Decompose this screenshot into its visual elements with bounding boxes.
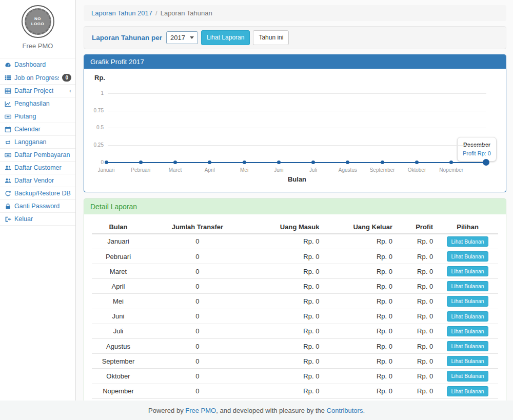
sidebar-item-daftar-vendor[interactable]: Daftar Vendor — [0, 174, 75, 187]
free-pmo-link[interactable]: Free PMO — [185, 407, 216, 414]
table-row-mei: Mei0Rp. 0Rp. 0Rp. 0Lihat Bulanan — [92, 294, 498, 309]
table-row-april: April0Rp. 0Rp. 0Rp. 0Lihat Bulanan — [92, 279, 498, 294]
cell-jumlah-transfer: 0 — [145, 264, 250, 279]
cell-profit: Rp. 0 — [397, 294, 437, 309]
cell-jumlah-transfer: 0 — [145, 384, 250, 398]
cell-uang-keluar: Rp. 0 — [323, 309, 397, 324]
cell-pilihan: Lihat Bulanan — [437, 249, 498, 264]
sidebar-item-ganti-password[interactable]: Ganti Password — [0, 200, 75, 213]
chart-tooltip: Desember Profit Rp: 0 — [457, 137, 497, 162]
column-header-bulan: Bulan — [92, 221, 145, 234]
cell-pilihan: Lihat Bulanan — [437, 309, 498, 324]
lihat-bulanan-button[interactable]: Lihat Bulanan — [447, 341, 488, 351]
sidebar-item-langganan[interactable]: Langganan — [0, 136, 75, 149]
chevron-left-icon: ‹ — [69, 88, 71, 94]
footer-middle: , and developed with pleasure by the — [216, 407, 326, 414]
lihat-bulanan-button[interactable]: Lihat Bulanan — [447, 296, 488, 306]
cell-profit: Rp. 0 — [397, 339, 437, 354]
data-point-agustus[interactable] — [346, 161, 349, 164]
lihat-bulanan-button[interactable]: Lihat Bulanan — [447, 356, 488, 366]
sidebar-item-label: Daftar Vendor — [14, 177, 54, 184]
cell-profit: Rp. 0 — [397, 279, 437, 294]
sidebar-item-daftar-pembayaran[interactable]: Daftar Pembayaran — [0, 149, 75, 162]
cell-uang-keluar: Rp. 0 — [323, 384, 397, 398]
data-point-desember[interactable] — [483, 159, 489, 166]
sidebar-item-piutang[interactable]: Piutang — [0, 110, 75, 123]
users-icon — [4, 165, 11, 171]
lihat-bulanan-button[interactable]: Lihat Bulanan — [447, 371, 488, 381]
year-select-value: 2017 — [170, 34, 185, 42]
sidebar-item-label: Penghasilan — [14, 100, 50, 107]
cell-jumlah-transfer: 0 — [145, 234, 250, 249]
report-table-body: Januari0Rp. 0Rp. 0Rp. 0Lihat BulananPebr… — [92, 234, 498, 401]
profit-series-line — [106, 162, 486, 163]
lihat-laporan-button[interactable]: Lihat Laporan — [201, 30, 250, 45]
cell-uang-keluar: Rp. 0 — [323, 279, 397, 294]
sidebar-item-dashboard[interactable]: Dashboard — [0, 58, 75, 71]
cell-uang-masuk: Rp. 0 — [250, 279, 324, 294]
lihat-bulanan-button[interactable]: Lihat Bulanan — [447, 251, 488, 262]
x-axis-title: Bulan — [108, 175, 486, 183]
y-axis-tick: 0 — [84, 159, 104, 165]
y-axis-tick: 0.75 — [84, 108, 104, 113]
cell-uang-keluar: Rp. 0 — [323, 264, 397, 279]
data-point-januari[interactable] — [105, 161, 108, 164]
sidebar-item-label: Job on Progress — [14, 74, 59, 82]
breadcrumb: Laporan Tahun 2017/Laporan Tahunan — [84, 5, 506, 21]
report-panel-body: BulanJumlah TransferUang MasukUang Kelua… — [84, 214, 506, 401]
data-point-mei[interactable] — [243, 161, 246, 164]
data-point-juli[interactable] — [311, 161, 315, 164]
lihat-bulanan-button[interactable]: Lihat Bulanan — [447, 266, 488, 276]
cell-pilihan: Lihat Bulanan — [437, 354, 498, 369]
breadcrumb-current: Laporan Tahunan — [161, 9, 212, 17]
data-point-april[interactable] — [208, 161, 211, 164]
cell-uang-keluar: Rp. 0 — [323, 294, 397, 309]
data-point-maret[interactable] — [173, 161, 177, 164]
cell-uang-keluar: Rp. 0 — [323, 249, 397, 264]
lihat-bulanan-button[interactable]: Lihat Bulanan — [447, 311, 488, 322]
no-logo-badge: NO LOGO — [25, 8, 51, 35]
year-select[interactable]: 2017 — [166, 31, 198, 44]
sidebar-item-daftar-project[interactable]: Daftar Project‹ — [0, 85, 75, 97]
table-row-juni: Juni0Rp. 0Rp. 0Rp. 0Lihat Bulanan — [92, 309, 498, 324]
lihat-bulanan-button[interactable]: Lihat Bulanan — [447, 386, 488, 396]
table-row-maret: Maret0Rp. 0Rp. 0Rp. 0Lihat Bulanan — [92, 264, 498, 279]
tasks-icon — [4, 74, 11, 81]
sidebar-item-job-on-progress[interactable]: Job on Progress0 — [0, 71, 75, 85]
footer-prefix: Powered by — [148, 407, 185, 414]
cell-pilihan: Lihat Bulanan — [437, 384, 498, 398]
cell-profit: Rp. 0 — [397, 309, 437, 324]
data-point-nopember[interactable] — [449, 161, 453, 164]
cell-uang-masuk: Rp. 0 — [250, 354, 324, 369]
data-point-pebruari[interactable] — [139, 161, 143, 164]
cell-pilihan: Lihat Bulanan — [437, 264, 498, 279]
y-gridline — [108, 145, 486, 146]
sidebar-item-label: Daftar Project — [14, 87, 53, 94]
sidebar-item-daftar-customer[interactable]: Daftar Customer — [0, 162, 75, 174]
cell-uang-keluar: Rp. 0 — [323, 324, 397, 338]
lihat-bulanan-button[interactable]: Lihat Bulanan — [447, 326, 488, 336]
breadcrumb-parent-link[interactable]: Laporan Tahun 2017 — [91, 9, 152, 17]
cell-jumlah-transfer: 0 — [145, 249, 250, 264]
money-icon — [4, 152, 11, 158]
cell-pilihan: Lihat Bulanan — [437, 339, 498, 354]
sidebar-item-label: Keluar — [14, 215, 33, 223]
data-point-juni[interactable] — [277, 161, 281, 164]
sidebar-item-penghasilan[interactable]: Penghasilan — [0, 97, 75, 110]
lihat-bulanan-button[interactable]: Lihat Bulanan — [447, 281, 488, 291]
cell-jumlah-transfer: 0 — [145, 324, 250, 338]
contributors-link[interactable]: Contributors. — [327, 407, 365, 414]
lock-icon — [4, 203, 11, 210]
data-point-september[interactable] — [381, 161, 384, 164]
cell-pilihan: Lihat Bulanan — [437, 294, 498, 309]
cell-profit: Rp. 0 — [397, 384, 437, 398]
sidebar-item-backup-restore-db[interactable]: Backup/Restore DB — [0, 187, 75, 200]
data-point-oktober[interactable] — [415, 161, 419, 164]
tahun-ini-button[interactable]: Tahun ini — [253, 30, 289, 45]
sidebar-item-calendar[interactable]: Calendar — [0, 123, 75, 136]
tooltip-value: Profit Rp: 0 — [463, 149, 491, 158]
retweet-icon — [4, 139, 11, 146]
sidebar-item-keluar[interactable]: Keluar — [0, 213, 75, 226]
cell-jumlah-transfer: 0 — [145, 309, 250, 324]
lihat-bulanan-button[interactable]: Lihat Bulanan — [447, 236, 488, 247]
